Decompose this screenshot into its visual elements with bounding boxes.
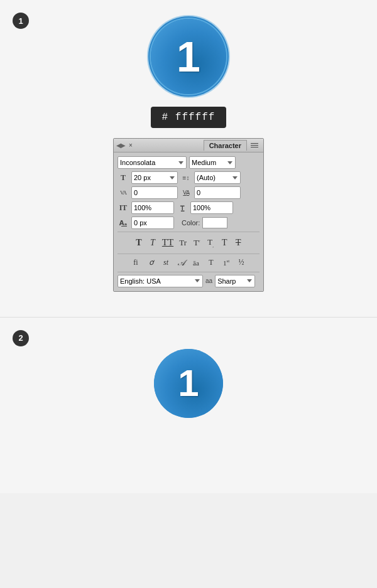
horiz-scale-icon: T̲ (177, 205, 188, 211)
type-style-buttons: T T TT Tr Tr T, T T (117, 235, 260, 251)
font-size-select[interactable]: 20 px (131, 171, 178, 184)
color-swatch[interactable] (202, 217, 227, 228)
tracking-input[interactable] (131, 186, 178, 199)
baseline-icon: A͟ₐ (117, 220, 129, 227)
menu-line-2 (251, 145, 258, 146)
font-weight-select[interactable]: Medium (189, 156, 236, 169)
style-superscript[interactable]: Tr (191, 238, 202, 248)
step-number-2: 2 (13, 330, 29, 346)
baseline-input[interactable] (131, 216, 174, 229)
tracking-kern-row: VA V̲A̲ (117, 186, 260, 199)
leading-select[interactable]: (Auto) (194, 171, 241, 184)
panel-tab-area: Character (204, 140, 261, 151)
style-underline[interactable]: TT (161, 237, 175, 248)
color-label: Color: (182, 219, 200, 227)
icon-circle-label-1: 1 (177, 32, 200, 81)
icon-circle-1: 1 (151, 19, 226, 94)
oa-fraction[interactable]: ½ (236, 258, 247, 267)
panel-title-left: ◀▶ × (116, 142, 133, 149)
divider-2 (117, 254, 260, 254)
style-strikethrough[interactable]: Tr (177, 238, 188, 248)
color-badge: # ffffff (151, 107, 227, 128)
oa-discretionary[interactable]: 𝒜 (175, 258, 187, 268)
panel-titlebar: ◀▶ × Character (114, 139, 263, 152)
style-small-caps[interactable]: T (232, 238, 244, 248)
kerning-input[interactable] (194, 186, 241, 199)
divider-1 (117, 232, 260, 232)
icon-circle-label-2: 1 (178, 361, 199, 405)
menu-line-3 (251, 147, 258, 147)
character-panel: ◀▶ × Character Inconsolata Medium (113, 138, 264, 292)
section-2: 2 1 (0, 318, 377, 493)
language-select[interactable]: English: USA (117, 275, 203, 287)
panel-body: Inconsolata Medium T 20 px ≡↕ (Auto) VA (114, 152, 263, 291)
oa-swash[interactable]: st (160, 258, 172, 267)
oa-contextual[interactable]: āa (190, 259, 202, 267)
step-number-1: 1 (13, 13, 29, 29)
oa-old-style[interactable]: ơ (145, 258, 156, 267)
tracking-icon: VA (117, 190, 129, 196)
icon-circle-2: 1 (154, 349, 223, 418)
vert-scale-icon: IT (117, 203, 129, 213)
oa-ordinal[interactable]: 1st (221, 259, 232, 267)
oa-titling[interactable]: T (205, 258, 217, 267)
style-bold[interactable]: T (133, 238, 145, 248)
leading-icon: ≡↕ (180, 174, 192, 181)
style-subscript[interactable]: T, (205, 237, 216, 249)
font-family-select[interactable]: Inconsolata (117, 156, 187, 169)
oa-style-buttons: fi ơ st 𝒜 āa T 1st ½ (117, 257, 260, 269)
divider-3 (117, 272, 260, 272)
section-1: 1 1 # ffffff ◀▶ × Character (0, 0, 377, 318)
vertical-scale-input[interactable] (131, 201, 174, 214)
panel-resize-dots: ◀▶ (116, 142, 125, 149)
baseline-color-row: A͟ₐ Color: (117, 216, 260, 229)
panel-tab-character[interactable]: Character (204, 140, 247, 151)
aa-label: aa (205, 277, 212, 284)
panel-menu-button[interactable] (248, 142, 261, 149)
panel-close-button[interactable]: × (129, 142, 133, 149)
menu-line-1 (251, 143, 258, 144)
anti-alias-select[interactable]: Sharp (215, 275, 255, 287)
font-row: Inconsolata Medium (117, 156, 260, 169)
scale-row: IT T̲ (117, 201, 260, 214)
size-icon: T (117, 173, 129, 183)
oa-ligature[interactable]: fi (130, 258, 141, 267)
style-caps[interactable]: T (219, 238, 230, 248)
size-leading-row: T 20 px ≡↕ (Auto) (117, 171, 260, 184)
icon-circle-wrapper-1: 1 (151, 19, 226, 107)
style-italic[interactable]: T (147, 238, 158, 248)
bottom-row: English: USA aa Sharp (117, 275, 260, 287)
horizontal-scale-input[interactable] (190, 201, 233, 214)
kern-icon: V̲A̲ (180, 190, 192, 196)
